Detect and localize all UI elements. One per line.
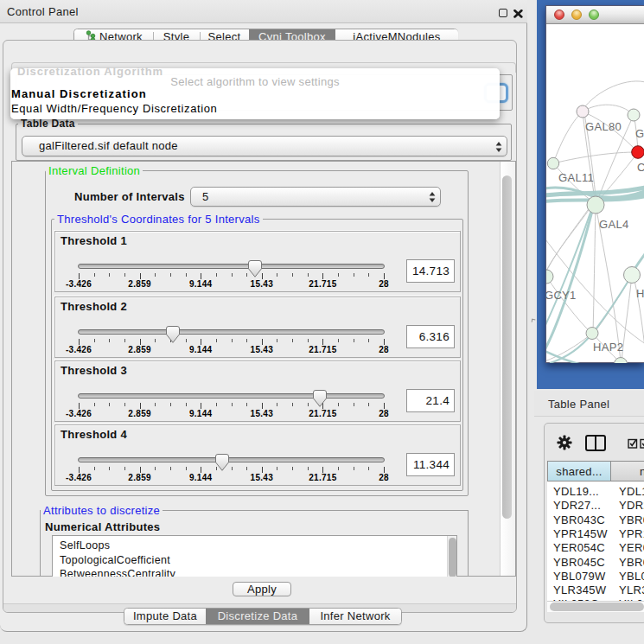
svg-text:H: H xyxy=(636,287,644,300)
svg-text:GAL4: GAL4 xyxy=(599,218,628,231)
svg-text:GA: GA xyxy=(635,127,644,140)
svg-text:C: C xyxy=(637,161,644,174)
svg-text:GAL80: GAL80 xyxy=(585,120,622,133)
svg-text:GAL11: GAL11 xyxy=(558,171,594,184)
svg-text:HAP2: HAP2 xyxy=(593,341,623,354)
svg-text:GCY1: GCY1 xyxy=(546,289,577,302)
